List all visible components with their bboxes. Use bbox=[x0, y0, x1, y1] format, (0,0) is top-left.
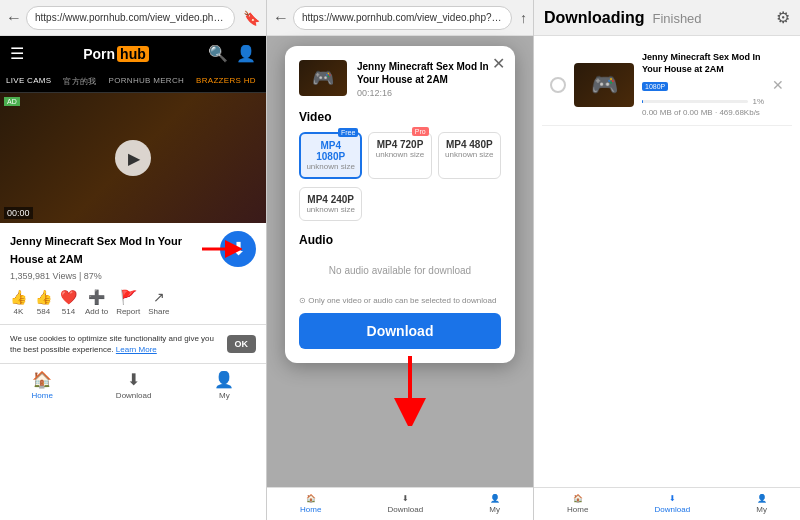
download-button-dialog[interactable]: Download bbox=[299, 313, 501, 349]
nav-brazzers[interactable]: BRAZZERS HD bbox=[190, 71, 262, 92]
bottom-nav-home-1[interactable]: 🏠 Home bbox=[32, 370, 53, 400]
quality-1080p[interactable]: Free MP4 1080P unknown size bbox=[299, 132, 362, 179]
like-count: 4K bbox=[14, 307, 24, 316]
quality-sub-240: unknown size bbox=[304, 205, 357, 214]
home-icon-1: 🏠 bbox=[32, 370, 52, 389]
report-label: Report bbox=[116, 307, 140, 316]
action-report[interactable]: 🚩 Report bbox=[116, 289, 140, 316]
video-thumbnail-1: ▶ bbox=[0, 93, 266, 223]
count-icon: 👍 bbox=[35, 289, 52, 305]
user-icon-1[interactable]: 👤 bbox=[236, 44, 256, 63]
learn-more-link[interactable]: Learn More bbox=[116, 345, 157, 354]
dl-thumbnail: 🎮 bbox=[574, 63, 634, 107]
download-icon-nav-1: ⬇ bbox=[127, 370, 140, 389]
bookmark-icon-1[interactable]: 🔖 bbox=[243, 10, 260, 26]
dl-title: Jenny Minecraft Sex Mod In Your House at… bbox=[642, 52, 764, 75]
download-list-item: 🎮 Jenny Minecraft Sex Mod In Your House … bbox=[542, 44, 792, 126]
quality-label-1080: MP4 1080P bbox=[305, 140, 356, 162]
bottom-nav-my-3[interactable]: 👤 My bbox=[756, 494, 767, 514]
ph-logo-1: Porn hub bbox=[83, 46, 149, 62]
cookie-text-1: We use cookies to optimize site function… bbox=[10, 333, 221, 355]
action-row-1: 👍 4K 👍 584 ❤️ 514 ➕ Add to 🚩 Report ↗ S bbox=[10, 289, 256, 316]
download-icon-nav-3: ⬇ bbox=[669, 494, 676, 503]
ph-header-icons-1: 🔍 👤 bbox=[208, 44, 256, 63]
home-icon-2: 🏠 bbox=[306, 494, 316, 503]
heart-icon: ❤️ bbox=[60, 289, 77, 305]
action-share[interactable]: ↗ Share bbox=[148, 289, 169, 316]
download-label-nav-3: Download bbox=[655, 505, 691, 514]
quality-grid: Free MP4 1080P unknown size Pro MP4 720P… bbox=[299, 132, 501, 179]
share-icon: ↗ bbox=[153, 289, 165, 305]
my-icon-3: 👤 bbox=[757, 494, 767, 503]
red-arrow-1 bbox=[202, 239, 242, 259]
action-heart[interactable]: ❤️ 514 bbox=[60, 289, 77, 316]
ad-badge-1: AD bbox=[4, 97, 20, 106]
dl-quality-badge: 1080P bbox=[642, 82, 668, 91]
quality-row-2: MP4 240P unknown size bbox=[299, 187, 501, 221]
thumb-up-icon: 👍 bbox=[10, 289, 27, 305]
bottom-nav-my-2[interactable]: 👤 My bbox=[489, 494, 500, 514]
no-audio-text: No audio available for download bbox=[299, 255, 501, 286]
quality-label-240: MP4 240P bbox=[304, 194, 357, 205]
nav-merch[interactable]: PORNHUB MERCH bbox=[103, 71, 190, 92]
video-stats-1: 1,359,981 Views | 87% bbox=[10, 271, 256, 281]
my-icon-2: 👤 bbox=[490, 494, 500, 503]
back-button-2[interactable]: ← bbox=[273, 9, 289, 27]
quality-720p[interactable]: Pro MP4 720P unknown size bbox=[368, 132, 431, 179]
panel1-browser: ← https://www.pornhub.com/view_video.php… bbox=[0, 0, 267, 520]
home-label-2: Home bbox=[300, 505, 321, 514]
downloading-list: 🎮 Jenny Minecraft Sex Mod In Your House … bbox=[534, 36, 800, 487]
quality-sub-720: unknown size bbox=[373, 150, 426, 159]
menu-icon-1[interactable]: ☰ bbox=[10, 44, 24, 63]
nav-official[interactable]: 官方的我 bbox=[57, 71, 102, 92]
cookie-banner-1: We use cookies to optimize site function… bbox=[0, 324, 266, 363]
quality-sub-480: unknown size bbox=[443, 150, 496, 159]
ok-button[interactable]: OK bbox=[227, 335, 257, 353]
panel2-background: ✕ 🎮 Jenny Minecraft Sex Mod In Your Hous… bbox=[267, 36, 533, 487]
bottom-nav-home-2[interactable]: 🏠 Home bbox=[300, 494, 321, 514]
dl-radio[interactable] bbox=[550, 77, 566, 93]
back-button-1[interactable]: ← bbox=[6, 9, 22, 27]
quality-sub-1080: unknown size bbox=[305, 162, 356, 171]
pro-badge-720: Pro bbox=[412, 127, 429, 136]
play-button-1[interactable]: ▶ bbox=[115, 140, 151, 176]
bottom-nav-2: 🏠 Home ⬇ Download 👤 My bbox=[267, 487, 533, 520]
play-icon-1: ▶ bbox=[128, 149, 140, 168]
dialog-close-button[interactable]: ✕ bbox=[492, 54, 505, 73]
bottom-nav-download-2[interactable]: ⬇ Download bbox=[388, 494, 424, 514]
dl-close-button[interactable]: ✕ bbox=[772, 77, 784, 93]
search-icon-1[interactable]: 🔍 bbox=[208, 44, 228, 63]
dialog-header: 🎮 Jenny Minecraft Sex Mod In Your House … bbox=[299, 60, 501, 98]
bottom-nav-my-1[interactable]: 👤 My bbox=[214, 370, 234, 400]
home-label-1: Home bbox=[32, 391, 53, 400]
video-section-wrapper: ▶ 00:00 AD bbox=[0, 93, 266, 223]
url-bar-1[interactable]: https://www.pornhub.com/view_video.php?v… bbox=[26, 6, 235, 30]
action-add[interactable]: ➕ Add to bbox=[85, 289, 108, 316]
browser-bar-2: ← https://www.pornhub.com/view_video.php… bbox=[267, 0, 533, 36]
bottom-nav-download-3[interactable]: ⬇ Download bbox=[655, 494, 691, 514]
my-label-3: My bbox=[756, 505, 767, 514]
quality-240p[interactable]: MP4 240P unknown size bbox=[299, 187, 362, 221]
video-info-1: Jenny Minecraft Sex Mod In Your House at… bbox=[0, 223, 266, 324]
red-arrow-2 bbox=[380, 356, 440, 430]
url-bar-2[interactable]: https://www.pornhub.com/view_video.php?v… bbox=[293, 6, 512, 30]
download-label-nav-2: Download bbox=[388, 505, 424, 514]
nav-live-cams[interactable]: LIVE CAMS bbox=[0, 71, 57, 92]
video-title-row: Jenny Minecraft Sex Mod In Your House at… bbox=[10, 231, 256, 267]
bottom-nav-download-1[interactable]: ⬇ Download bbox=[116, 370, 152, 400]
bottom-nav-3: 🏠 Home ⬇ Download 👤 My bbox=[534, 487, 800, 520]
dl-progress-bar bbox=[642, 100, 748, 103]
home-icon-3: 🏠 bbox=[573, 494, 583, 503]
my-label-2: My bbox=[489, 505, 500, 514]
audio-section-label: Audio bbox=[299, 233, 501, 247]
share-icon-2[interactable]: ↑ bbox=[520, 10, 527, 26]
quality-480p[interactable]: MP4 480P unknown size bbox=[438, 132, 501, 179]
panel3-header: Downloading Finished ⚙ bbox=[534, 0, 800, 36]
dl-percent: 1% bbox=[752, 97, 764, 106]
action-count[interactable]: 👍 584 bbox=[35, 289, 52, 316]
video-section-label: Video bbox=[299, 110, 501, 124]
action-like[interactable]: 👍 4K bbox=[10, 289, 27, 316]
bottom-nav-home-3[interactable]: 🏠 Home bbox=[567, 494, 588, 514]
video-area-1[interactable]: ▶ 00:00 AD bbox=[0, 93, 266, 223]
settings-icon-3[interactable]: ⚙ bbox=[776, 8, 790, 27]
